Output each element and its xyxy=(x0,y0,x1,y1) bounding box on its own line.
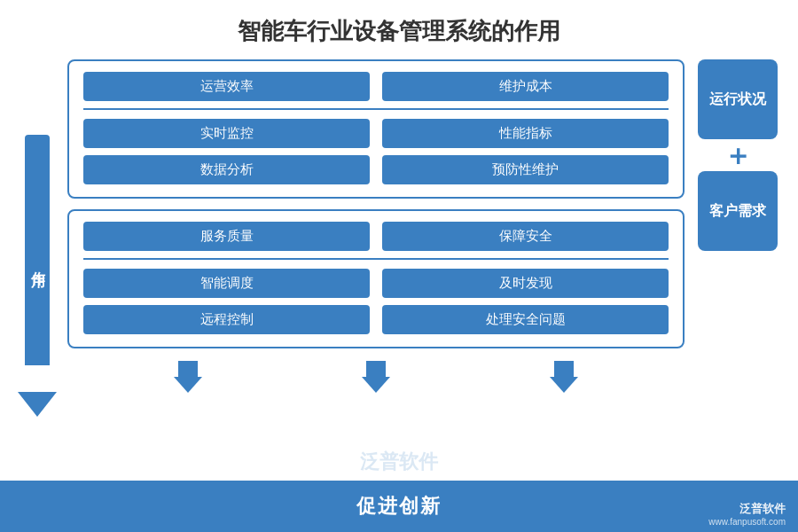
chip-yunying: 运营效率 xyxy=(83,72,370,101)
bottom-bar: 促进创新 泛普软件 www.fanpusoft.com xyxy=(0,481,798,532)
card1-row1: 实时监控 性能指标 xyxy=(83,119,669,148)
brand: 泛普软件 www.fanpusoft.com xyxy=(708,501,786,527)
chip-jishi: 及时发现 xyxy=(382,269,669,298)
down-arrow-2 xyxy=(362,361,390,393)
center-col: 运营效率 维护成本 实时监控 性能指标 数据分析 预防性维护 服务质量 保障安全 xyxy=(67,59,685,467)
chip-shishi: 实时监控 xyxy=(83,119,370,148)
left-arrow-col: 作用 xyxy=(16,59,59,467)
right-box-2: 客户需求 xyxy=(698,171,778,251)
down-arrow-body-1 xyxy=(178,361,198,377)
down-arrow-1 xyxy=(174,361,202,393)
main-layout: 作用 运营效率 维护成本 实时监控 性能指标 数据分析 预防性维护 xyxy=(0,59,798,467)
chip-fuwu: 服务质量 xyxy=(83,222,370,251)
chip-chuli: 处理安全问题 xyxy=(382,305,669,334)
left-arrow-body xyxy=(25,135,50,365)
card2-row1: 智能调度 及时发现 xyxy=(83,269,669,298)
left-arrow-wrapper: 作用 xyxy=(18,135,57,392)
page-title: 智能车行业设备管理系统的作用 xyxy=(0,0,798,59)
card-1: 运营效率 维护成本 实时监控 性能指标 数据分析 预防性维护 xyxy=(67,59,685,199)
left-arrow-tip xyxy=(18,392,57,417)
card2-rows: 智能调度 及时发现 远程控制 处理安全问题 xyxy=(83,269,669,334)
card1-rows: 实时监控 性能指标 数据分析 预防性维护 xyxy=(83,119,669,184)
card1-header-row: 运营效率 维护成本 xyxy=(83,72,669,101)
brand-url: www.fanpusoft.com xyxy=(708,517,786,527)
plus-icon: ＋ xyxy=(724,141,752,169)
down-arrows-row xyxy=(67,361,685,393)
down-arrow-body-3 xyxy=(554,361,574,377)
down-arrow-tip-2 xyxy=(362,377,390,393)
down-arrow-body-2 xyxy=(366,361,386,377)
card1-divider xyxy=(83,108,669,110)
chip-zhidu: 智能调度 xyxy=(83,269,370,298)
chip-baozhang: 保障安全 xyxy=(382,222,669,251)
chip-yuancheng: 远程控制 xyxy=(83,305,370,334)
chip-shuju: 数据分析 xyxy=(83,155,370,184)
card1-row2: 数据分析 预防性维护 xyxy=(83,155,669,184)
right-box-1: 运行状况 xyxy=(698,59,778,139)
card2-header-row: 服务质量 保障安全 xyxy=(83,222,669,251)
chip-weihu: 维护成本 xyxy=(382,72,669,101)
down-arrow-tip-1 xyxy=(174,377,202,393)
card2-divider xyxy=(83,258,669,260)
card2-row2: 远程控制 处理安全问题 xyxy=(83,305,669,334)
brand-name: 泛普软件 xyxy=(739,501,786,517)
chip-xingneng: 性能指标 xyxy=(382,119,669,148)
left-arrow-label: 作用 xyxy=(28,260,47,267)
down-arrow-tip-3 xyxy=(550,377,578,393)
bottom-bar-label: 促进创新 xyxy=(356,493,442,520)
chip-yufang: 预防性维护 xyxy=(382,155,669,184)
plus-connector: ＋ xyxy=(698,139,778,171)
right-col: 运行状况 ＋ 客户需求 xyxy=(693,59,782,467)
down-arrow-3 xyxy=(550,361,578,393)
card-2: 服务质量 保障安全 智能调度 及时发现 远程控制 处理安全问题 xyxy=(67,209,685,348)
